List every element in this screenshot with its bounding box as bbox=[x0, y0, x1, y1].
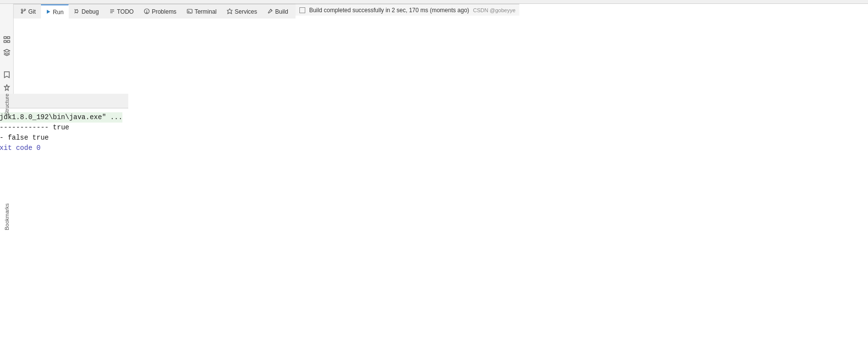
run-tab-label: Run bbox=[53, 9, 63, 16]
run-icon bbox=[46, 9, 51, 15]
tab-git[interactable]: Git bbox=[16, 4, 41, 19]
svg-rect-3 bbox=[7, 41, 10, 42]
process-finished-line: Process finished with exit code 0 bbox=[0, 144, 40, 152]
console-line-6: false bbox=[8, 134, 28, 142]
console-line-4: true bbox=[53, 124, 69, 131]
tab-terminal[interactable]: Terminal bbox=[182, 4, 222, 19]
git-label: Git bbox=[28, 8, 36, 15]
tab-services[interactable]: Services bbox=[222, 4, 262, 19]
services-label: Services bbox=[235, 8, 257, 15]
status-message: Build completed successfully in 2 sec, 1… bbox=[309, 7, 469, 14]
run-panel: Run: 📄 demo5 × bbox=[0, 94, 128, 353]
console-line-3: ------------------------ bbox=[0, 124, 49, 131]
svg-marker-23 bbox=[47, 10, 50, 14]
tab-run[interactable]: Run bbox=[41, 4, 69, 19]
services-icon bbox=[227, 8, 233, 15]
problems-label: Problems bbox=[152, 8, 177, 15]
content-area: "C:\Program Files\Java\jdk1.8.0_192\bin\… bbox=[0, 108, 128, 353]
tab-debug[interactable]: Debug bbox=[69, 4, 104, 19]
todo-label: TODO bbox=[117, 8, 134, 15]
tab-build[interactable]: Build bbox=[262, 4, 294, 19]
tab-problems[interactable]: Problems bbox=[139, 4, 182, 19]
debug-icon bbox=[74, 8, 79, 15]
terminal-icon bbox=[187, 8, 193, 15]
structure-panel-icon[interactable] bbox=[2, 35, 12, 44]
sidebar-top-icons bbox=[2, 33, 12, 59]
top-bar bbox=[0, 0, 868, 4]
sidebar-bottom-icons: Bookmarks bbox=[2, 68, 12, 94]
terminal-label: Terminal bbox=[195, 8, 217, 15]
problems-icon bbox=[144, 8, 150, 15]
status-checkbox[interactable] bbox=[299, 7, 305, 13]
git-icon bbox=[20, 8, 26, 15]
svg-line-34 bbox=[271, 9, 272, 11]
svg-rect-0 bbox=[4, 37, 6, 39]
status-bar: Build completed successfully in 2 sec, 1… bbox=[296, 4, 519, 16]
tab-todo[interactable]: TODO bbox=[104, 4, 139, 19]
svg-point-20 bbox=[21, 9, 23, 10]
console-output[interactable]: "C:\Program Files\Java\jdk1.8.0_192\bin\… bbox=[0, 108, 128, 353]
svg-point-21 bbox=[24, 9, 26, 10]
svg-marker-33 bbox=[227, 9, 232, 14]
svg-rect-2 bbox=[4, 41, 6, 42]
todo-icon bbox=[109, 8, 115, 15]
layers-icon[interactable] bbox=[2, 47, 12, 57]
left-sidebar: Structure Bookmarks Run: 📄 demo5 × bbox=[0, 4, 14, 353]
build-label: Build bbox=[275, 8, 288, 15]
bottom-toolbar: Git Run Debug TODO bbox=[14, 4, 296, 19]
svg-point-30 bbox=[146, 12, 147, 13]
debug-label: Debug bbox=[81, 8, 99, 15]
bookmarks-label[interactable]: Bookmarks bbox=[4, 203, 10, 230]
build-icon bbox=[267, 8, 273, 15]
tab-bar: Run: 📄 demo5 × bbox=[0, 94, 128, 108]
console-line-7: true bbox=[32, 134, 49, 142]
console-line-5: ------------------------ bbox=[0, 134, 4, 142]
svg-rect-1 bbox=[7, 37, 10, 39]
main-area: Structure Bookmarks Run: 📄 demo5 × bbox=[0, 4, 868, 353]
status-right-text: CSDN @gobeyye bbox=[473, 7, 515, 13]
pin-icon[interactable] bbox=[2, 83, 12, 92]
console-command-line: "C:\Program Files\Java\jdk1.8.0_192\bin\… bbox=[0, 112, 122, 123]
structure-label[interactable]: Structure bbox=[4, 94, 10, 116]
bookmark-icon[interactable] bbox=[2, 70, 12, 80]
